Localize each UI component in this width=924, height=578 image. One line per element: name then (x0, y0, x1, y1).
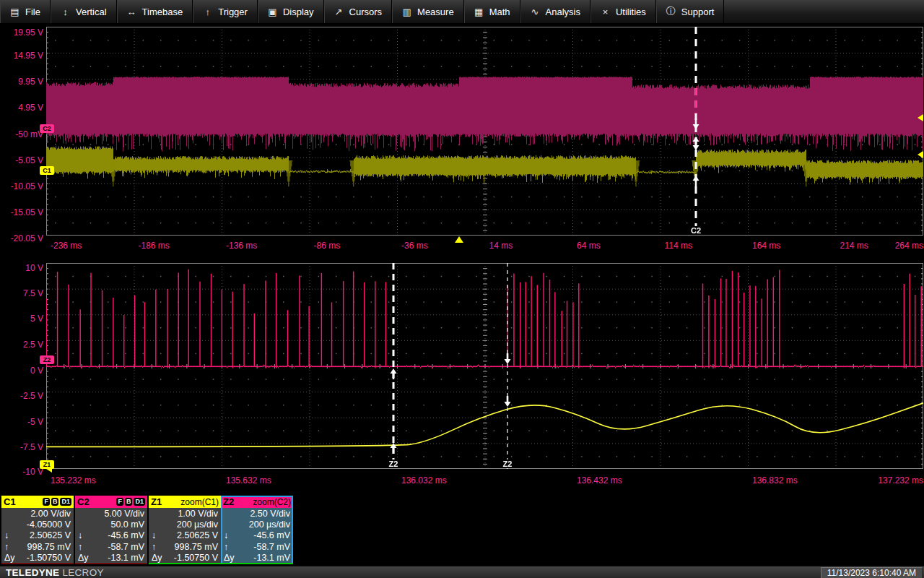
menu-item-label: Utilities (616, 7, 646, 17)
zoom-badge-z2[interactable]: Z2 (40, 355, 54, 364)
descriptor-box-c1[interactable]: C1FBD12.00 V/div-4.05000 V↓2.50625 V↑998… (1, 496, 74, 564)
zoom-grid-waveform-canvas[interactable] (46, 263, 923, 469)
y-tick-label: -15.05 V (0, 207, 43, 217)
menu-item-label: Support (681, 7, 715, 17)
flag-chip-d1: D1 (60, 498, 71, 506)
menu-item-trigger[interactable]: ↑Trigger (193, 0, 258, 23)
flag-chip-d1: D1 (134, 498, 145, 506)
info-icon: ⓘ (666, 5, 676, 18)
descriptor-values: 2.50 V/div200 µs/div↓-45.6 mV↑-58.7 mVΔy… (221, 508, 293, 564)
cursor-arrow-icon: ↗ (334, 7, 344, 17)
x-tick-label: 214 ms (840, 241, 868, 251)
cursor-value-row: Δy-1.50750 V (4, 553, 71, 564)
cursor-glyph: ↓ (152, 530, 156, 540)
cursor-value-row: ↓2.50625 V (152, 530, 218, 541)
y-tick-label: 0 V (0, 366, 43, 376)
descriptor-box-z1[interactable]: Z1zoom(C1)1.00 V/div200 µs/div↓2.50625 V… (149, 496, 221, 564)
zoom-source-label: zoom(C2) (253, 497, 291, 507)
menu-item-display[interactable]: ▣Display (258, 0, 324, 23)
cursor-value-row: ↓2.50625 V (4, 530, 71, 541)
value-row: 1.00 V/div (152, 509, 218, 519)
cursor-value-row: Δy-1.50750 V (152, 553, 218, 564)
cursor-glyph: Δy (4, 553, 15, 563)
menu-item-label: Cursors (349, 7, 383, 17)
cursor-value: 998.75 mV (175, 542, 218, 552)
descriptor-box-z2[interactable]: Z2zoom(C2)2.50 V/div200 µs/div↓-45.6 mV↑… (221, 496, 293, 564)
main-grid-waveform-canvas[interactable] (46, 27, 923, 236)
cursor-value: -13.1 mV (253, 553, 290, 563)
cursor-glyph: Δy (224, 553, 235, 563)
zoom-left-edge-marker-icon (46, 465, 52, 473)
channel-badge-c1[interactable]: C1 (40, 166, 54, 175)
cursor-glyph: Δy (78, 553, 89, 563)
cursor-glyph: ↑ (224, 542, 228, 552)
y-tick-label: -10 V (0, 467, 43, 477)
y-tick-label: 2.5 V (0, 340, 43, 350)
trace-level-marker-icon (918, 151, 923, 158)
channel-name: Z1 (151, 496, 162, 507)
measure-icon: ▥ (401, 7, 412, 17)
x-tick-label: 136.432 ms (577, 475, 622, 486)
x-tick-label: -186 ms (139, 241, 170, 251)
cursor-glyph: ↓ (4, 530, 9, 540)
cursor-value-row: ↑-58.7 mV (78, 542, 144, 553)
x-tick-label: -86 ms (314, 241, 341, 251)
value-row: 2.00 V/div (4, 509, 71, 519)
cursor-glyph: ↓ (78, 530, 82, 540)
cursor-value: -58.7 mV (253, 542, 290, 552)
y-tick-label: 14.95 V (0, 51, 43, 61)
descriptor-box-c2[interactable]: C2FBD15.00 V/div50.0 mV↓-45.6 mV↑-58.7 m… (75, 496, 147, 564)
cursor-value-row: ↑-58.7 mV (224, 542, 290, 553)
cursor-value: -45.6 mV (108, 530, 144, 540)
menu-item-label: File (25, 7, 40, 17)
value-row: 50.0 mV (78, 519, 144, 530)
menu-item-label: Trigger (218, 7, 248, 17)
x-tick-label: -236 ms (51, 241, 82, 251)
menu-item-analysis[interactable]: ∿Analysis (520, 0, 590, 23)
menu-item-cursors[interactable]: ↗Cursors (324, 0, 393, 23)
cursor-glyph: ↑ (152, 542, 156, 552)
cursor-value: 998.75 mV (27, 542, 71, 552)
menu-item-label: Measure (417, 7, 454, 17)
zoom-source-label: zoom(C1) (180, 497, 219, 507)
descriptor-values: 1.00 V/div200 µs/div↓2.50625 V↑998.75 mV… (149, 508, 221, 564)
cursor-value-row: ↑998.75 mV (4, 542, 71, 553)
menu-item-label: Display (283, 7, 314, 17)
x-tick-label: 114 ms (665, 241, 692, 251)
menu-item-support[interactable]: ⓘSupport (656, 0, 725, 23)
y-tick-label: 10 V (0, 263, 43, 273)
cursor-value: -1.50750 V (174, 553, 218, 563)
display-icon: ▣ (267, 7, 278, 17)
menu-item-measure[interactable]: ▥Measure (392, 0, 464, 23)
value-row: 2.50 V/div (224, 509, 290, 519)
vertical-arrows-icon: ↕ (60, 7, 71, 17)
descriptor-values: 5.00 V/div50.0 mV↓-45.6 mV↑-58.7 mVΔy-13… (75, 508, 147, 564)
y-tick-label: -50 mV (0, 129, 43, 139)
value-row: 200 µs/div (152, 519, 218, 530)
menu-item-vertical[interactable]: ↕Vertical (51, 0, 117, 23)
y-tick-label: 7.5 V (0, 288, 43, 298)
cursor-value: -1.50750 V (27, 553, 71, 563)
menu-item-label: Math (489, 7, 510, 17)
menu-item-label: Vertical (76, 7, 107, 17)
y-tick-label: -20.05 V (0, 233, 43, 243)
cursor-glyph: ↓ (224, 530, 228, 540)
cursor-glyph: ↑ (4, 542, 9, 552)
cursor-value: -45.6 mV (253, 530, 290, 540)
x-tick-label: -136 ms (226, 241, 257, 251)
x-tick-label: 136.032 ms (401, 475, 447, 486)
trigger-edge-icon: ↑ (202, 7, 213, 17)
grid-indicator-strip (75, 563, 147, 564)
file-icon: ▤ (9, 7, 20, 17)
menu-item-file[interactable]: ▤File (0, 0, 51, 23)
y-tick-label: -7.5 V (0, 442, 43, 452)
grid-indicator-strip (149, 563, 221, 564)
menu-item-timebase[interactable]: ↔Timebase (117, 0, 193, 23)
datetime-display: 11/13/2023 6:10:40 AM (821, 567, 923, 578)
menu-item-math[interactable]: ▦Math (464, 0, 520, 23)
teledyne-lecroy-logo: TELEDYNELECROY (6, 567, 104, 578)
descriptor-header: C2FBD1 (75, 496, 147, 508)
channel-badge-c2[interactable]: C2 (40, 124, 54, 133)
menu-item-utilities[interactable]: ×Utilities (590, 0, 656, 23)
menu-item-label: Analysis (546, 7, 580, 17)
